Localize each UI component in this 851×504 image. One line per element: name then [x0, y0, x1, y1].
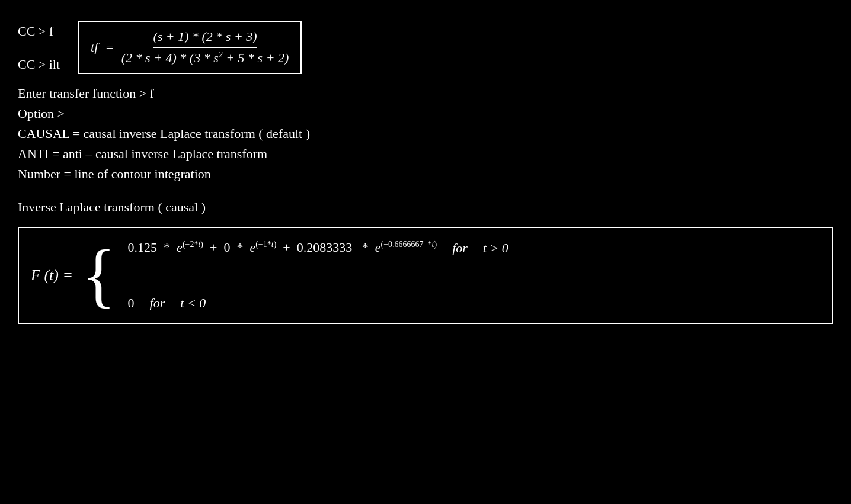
tf-variable: tf — [91, 40, 98, 54]
option-line: Option > — [18, 106, 833, 121]
transfer-function-box: tf = (s + 1) * (2 * s + 3) (2 * s + 4) *… — [78, 21, 302, 74]
case2-value: 0 — [128, 296, 135, 311]
case2-for: for — [150, 296, 165, 311]
formula-fraction: (s + 1) * (2 * s + 3) (2 * s + 4) * (3 *… — [121, 29, 289, 66]
enter-tf-line: Enter transfer function > f — [18, 86, 833, 101]
causal-desc-line: CAUSAL = causal inverse Laplace transfor… — [18, 126, 833, 142]
case2-condition: t < 0 — [180, 296, 206, 311]
info-section: Enter transfer function > f Option > CAU… — [18, 86, 833, 182]
case1-condition: t > 0 — [483, 240, 508, 256]
cc-ilt-label: CC > ilt — [18, 57, 60, 72]
case1-expr: 0.125 * e(−2*t) + 0 * e(−1*t) + 0.208333… — [128, 240, 437, 255]
anti-desc-line: ANTI = anti – causal inverse Laplace tra… — [18, 146, 833, 162]
cases-container: 0.125 * e(−2*t) + 0 * e(−1*t) + 0.208333… — [128, 240, 508, 311]
case1-for: for — [452, 240, 468, 256]
equals-sign: = — [106, 40, 113, 54]
result-box: F (t) = { 0.125 * e(−2*t) + 0 * e(−1*t) … — [18, 227, 833, 324]
result-label: Inverse Laplace transform ( causal ) — [18, 200, 833, 215]
formula-denominator: (2 * s + 4) * (3 * s2 + 5 * s + 2) — [121, 48, 289, 66]
number-desc-line: Number = line of contour integration — [18, 166, 833, 182]
case1-line: 0.125 * e(−2*t) + 0 * e(−1*t) + 0.208333… — [128, 240, 508, 255]
formula-numerator: (s + 1) * (2 * s + 3) — [153, 29, 257, 48]
cc-f-label: CC > f — [18, 24, 60, 39]
big-brace: { — [82, 240, 116, 311]
case2-line: 0 for t < 0 — [128, 296, 508, 311]
F-t-label: F (t) = — [31, 267, 73, 284]
